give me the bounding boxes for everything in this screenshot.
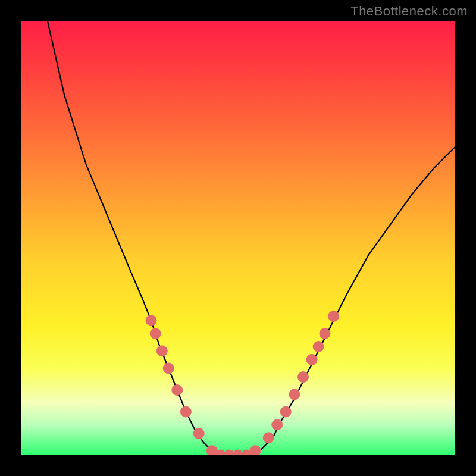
curve-marker — [298, 372, 309, 383]
curve-marker — [328, 311, 339, 321]
curve-marker — [263, 433, 274, 443]
curve-marker — [280, 406, 291, 417]
curve-marker — [163, 363, 174, 374]
curve-marker — [313, 342, 324, 352]
chart-frame: TheBottleneck.com — [0, 0, 476, 476]
curve-marker — [156, 346, 167, 356]
plot-area — [21, 21, 455, 455]
curve-marker — [272, 419, 283, 430]
curve-marker — [172, 385, 183, 396]
curve-marker — [289, 389, 300, 400]
curve-marker — [193, 428, 204, 439]
curve-marker — [250, 446, 261, 455]
curve-marker — [306, 354, 317, 365]
watermark-text: TheBottleneck.com — [350, 4, 468, 19]
curve-marker — [180, 406, 191, 417]
curve-marker — [146, 315, 156, 326]
bottleneck-curve — [21, 21, 455, 455]
curve-marker — [320, 328, 330, 339]
bottleneck-chart-svg — [21, 21, 455, 455]
curve-marker — [150, 328, 161, 339]
